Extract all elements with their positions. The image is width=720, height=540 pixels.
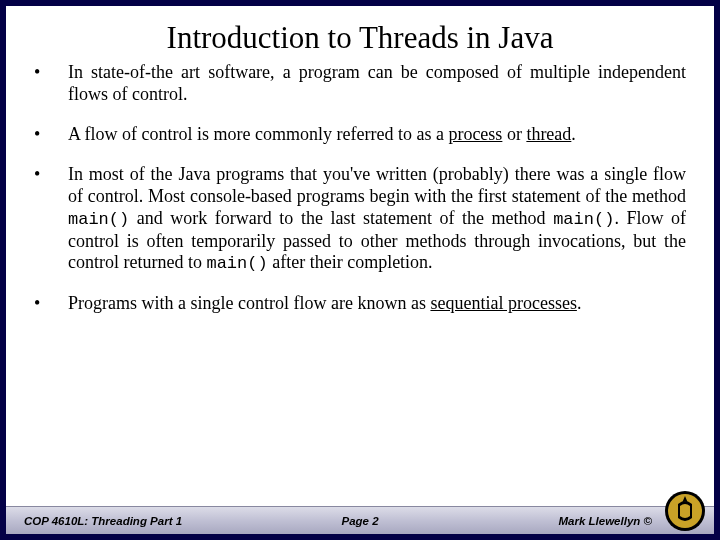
slide-footer: COP 4610L: Threading Part 1 Page 2 Mark … [6, 506, 714, 534]
underlined-term: process [448, 124, 502, 144]
bullet-item: • A flow of control is more commonly ref… [34, 124, 686, 146]
slide-title: Introduction to Threads in Java [6, 6, 714, 62]
bullet-marker: • [34, 62, 68, 106]
bullet-item: • In most of the Java programs that you'… [34, 164, 686, 275]
bullet-item: • Programs with a single control flow ar… [34, 293, 686, 315]
bullet-text: In state-of-the art software, a program … [68, 62, 686, 106]
bullet-text: Programs with a single control flow are … [68, 293, 686, 315]
code-snippet: main() [206, 254, 267, 273]
underlined-term: sequential processes [430, 293, 576, 313]
bullet-text: A flow of control is more commonly refer… [68, 124, 686, 146]
footer-course: COP 4610L: Threading Part 1 [24, 515, 182, 527]
bullet-marker: • [34, 293, 68, 315]
ucf-logo-icon [664, 490, 706, 532]
bullet-item: • In state-of-the art software, a progra… [34, 62, 686, 106]
slide-content: • In state-of-the art software, a progra… [6, 62, 714, 506]
footer-author: Mark Llewellyn © [559, 515, 652, 527]
bullet-marker: • [34, 164, 68, 275]
code-snippet: main() [553, 210, 614, 229]
bullet-text: In most of the Java programs that you've… [68, 164, 686, 275]
bullet-marker: • [34, 124, 68, 146]
underlined-term: thread [526, 124, 571, 144]
slide: Introduction to Threads in Java • In sta… [6, 6, 714, 534]
footer-page: Page 2 [341, 515, 378, 527]
code-snippet: main() [68, 210, 129, 229]
